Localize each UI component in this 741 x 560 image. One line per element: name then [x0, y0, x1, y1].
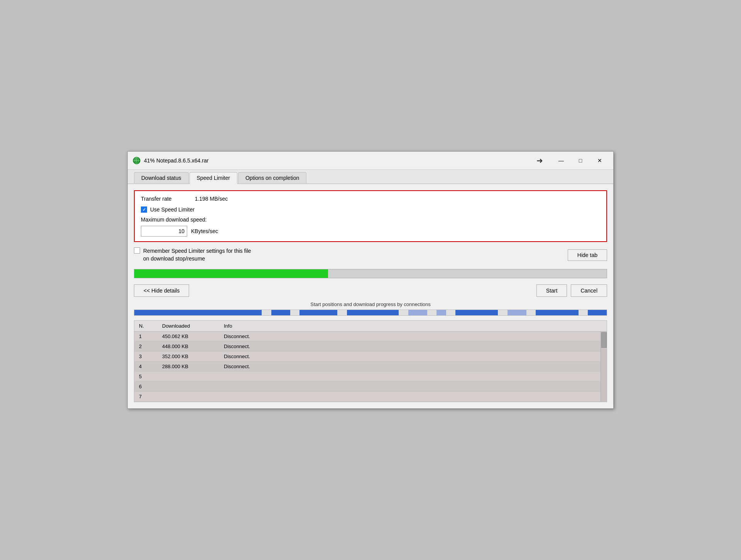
cell-downloaded: 448.000 KB	[161, 343, 222, 350]
connection-segment	[536, 310, 578, 315]
cell-downloaded	[161, 383, 222, 390]
titlebar-controls: ➜ — □ ✕	[536, 155, 609, 166]
content-area: Transfer rate 1.198 MB/sec Use Speed Lim…	[128, 184, 613, 408]
minimize-button[interactable]: —	[552, 155, 570, 166]
cell-downloaded	[161, 373, 222, 380]
hide-tab-button[interactable]: Hide tab	[568, 249, 607, 261]
connection-segment	[134, 310, 262, 315]
max-speed-label: Maximum download speed:	[141, 217, 600, 223]
table-scrollbar[interactable]	[601, 332, 607, 402]
main-window: 41% Notepad.8.6.5.x64.rar ➜ — □ ✕ Downlo…	[127, 151, 614, 408]
col-header-info: Info	[222, 322, 604, 330]
connections-label: Start positions and download progress by…	[134, 301, 607, 307]
window-title: 41% Notepad.8.6.5.x64.rar	[144, 157, 208, 164]
table-row: 6	[134, 382, 607, 392]
scrollbar-thumb[interactable]	[601, 332, 607, 348]
use-speed-limiter-row: Use Speed Limiter	[141, 206, 600, 213]
transfer-rate-label: Transfer rate	[141, 196, 172, 202]
table-row: 1 450.062 KB Disconnect.	[134, 332, 607, 342]
table-body: 1 450.062 KB Disconnect. 2 448.000 KB Di…	[134, 332, 607, 402]
cell-n: 1	[137, 333, 161, 340]
maximize-button[interactable]: □	[572, 155, 589, 166]
cell-info: Disconnect.	[222, 343, 604, 350]
cell-n: 2	[137, 343, 161, 350]
col-header-n: N.	[137, 322, 161, 330]
cell-downloaded	[161, 393, 222, 400]
cell-downloaded: 450.062 KB	[161, 333, 222, 340]
progress-bar	[134, 269, 607, 278]
table-row: 3 352.000 KB Disconnect.	[134, 352, 607, 362]
use-speed-limiter-label: Use Speed Limiter	[150, 206, 195, 213]
cell-info	[222, 373, 604, 380]
connection-segment	[436, 310, 446, 315]
max-speed-row: KBytes/sec	[141, 226, 600, 237]
titlebar-left: 41% Notepad.8.6.5.x64.rar	[132, 156, 208, 165]
transfer-rate-value: 1.198 MB/sec	[195, 196, 228, 202]
cell-info: Disconnect.	[222, 333, 604, 340]
action-buttons: << Hide details Start Cancel	[134, 284, 607, 297]
tab-speed-limiter[interactable]: Speed Limiter	[189, 172, 237, 184]
cell-info: Disconnect.	[222, 353, 604, 360]
col-header-downloaded: Downloaded	[161, 322, 222, 330]
transfer-rate-row: Transfer rate 1.198 MB/sec	[141, 196, 600, 202]
cancel-button[interactable]: Cancel	[571, 284, 607, 297]
cell-info	[222, 383, 604, 390]
connection-segment	[588, 310, 607, 315]
app-icon	[132, 156, 141, 165]
cell-n: 7	[137, 393, 161, 400]
close-button[interactable]: ✕	[591, 155, 609, 166]
cell-n: 4	[137, 363, 161, 370]
arrow-icon: ➜	[536, 156, 543, 165]
remember-row: Remember Speed Limiter settings for this…	[134, 247, 607, 262]
action-buttons-right: Start Cancel	[536, 284, 607, 297]
progress-fill	[134, 269, 328, 278]
cell-info	[222, 393, 604, 400]
connection-segment	[408, 310, 427, 315]
tabs-bar: Download status Speed Limiter Options on…	[128, 170, 613, 184]
cell-n: 5	[137, 373, 161, 380]
titlebar: 41% Notepad.8.6.5.x64.rar ➜ — □ ✕	[128, 152, 613, 170]
connections-bar	[134, 310, 607, 316]
cell-downloaded: 352.000 KB	[161, 353, 222, 360]
cell-n: 6	[137, 383, 161, 390]
remember-text: Remember Speed Limiter settings for this…	[143, 247, 251, 262]
table-row: 4 288.000 KB Disconnect.	[134, 362, 607, 372]
table-row: 7	[134, 392, 607, 402]
remember-left: Remember Speed Limiter settings for this…	[134, 247, 251, 262]
speed-input[interactable]	[141, 226, 187, 237]
table-header: N. Downloaded Info	[134, 321, 607, 332]
remember-checkbox[interactable]	[134, 247, 140, 254]
cell-n: 3	[137, 353, 161, 360]
connection-segment	[347, 310, 399, 315]
connection-segment	[271, 310, 290, 315]
start-button[interactable]: Start	[536, 284, 567, 297]
hide-details-button[interactable]: << Hide details	[134, 284, 189, 297]
tab-download-status[interactable]: Download status	[134, 172, 189, 183]
kbytes-label: KBytes/sec	[191, 228, 218, 234]
connection-segment	[299, 310, 337, 315]
table-row: 2 448.000 KB Disconnect.	[134, 342, 607, 352]
connection-segment	[508, 310, 526, 315]
connection-segment	[455, 310, 498, 315]
cell-downloaded: 288.000 KB	[161, 363, 222, 370]
use-speed-limiter-checkbox[interactable]	[141, 206, 147, 213]
connections-table: N. Downloaded Info 1 450.062 KB Disconne…	[134, 320, 607, 402]
speed-limiter-box: Transfer rate 1.198 MB/sec Use Speed Lim…	[134, 190, 607, 242]
tab-options-completion[interactable]: Options on completion	[238, 172, 306, 183]
cell-info: Disconnect.	[222, 363, 604, 370]
table-row: 5	[134, 372, 607, 382]
svg-point-4	[133, 157, 140, 164]
